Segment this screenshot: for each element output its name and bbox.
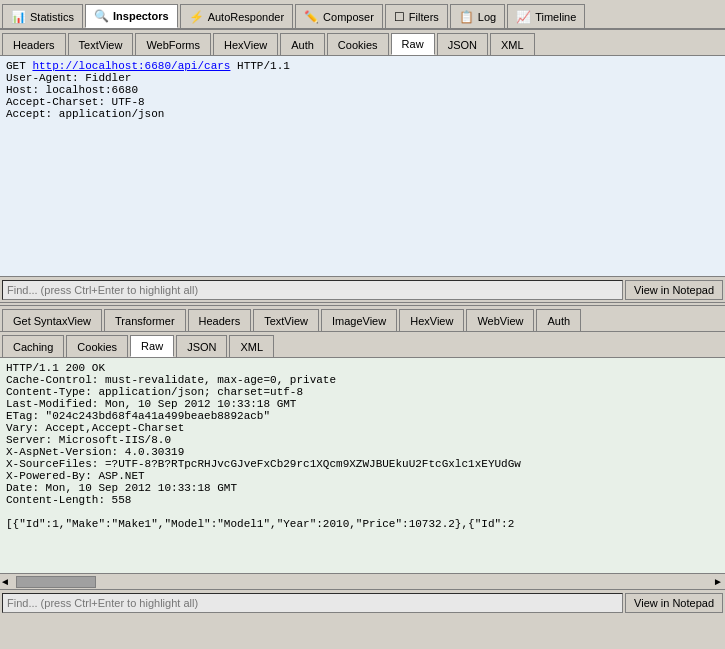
hscroll-thumb[interactable] — [16, 576, 96, 588]
request-find-input[interactable] — [2, 280, 623, 300]
tab-timeline[interactable]: 📈 Timeline — [507, 4, 585, 28]
statistics-icon: 📊 — [11, 10, 26, 24]
resp-tab-headers[interactable]: Headers — [188, 309, 252, 331]
filters-icon: ☐ — [394, 10, 405, 24]
autoresponder-icon: ⚡ — [189, 10, 204, 24]
composer-icon: ✏️ — [304, 10, 319, 24]
request-view-notepad-button[interactable]: View in Notepad — [625, 280, 723, 300]
response-hscroll-bar[interactable]: ◄ ► — [0, 573, 725, 589]
req-tab-json[interactable]: JSON — [437, 33, 488, 55]
resp-tab-hexview[interactable]: HexView — [399, 309, 464, 331]
req-tab-hexview[interactable]: HexView — [213, 33, 278, 55]
resp-tab-transformer[interactable]: Transformer — [104, 309, 186, 331]
resp-tab-webview[interactable]: WebView — [466, 309, 534, 331]
response-find-bar: View in Notepad — [0, 589, 725, 615]
req-tab-auth[interactable]: Auth — [280, 33, 325, 55]
tab-inspectors-label: Inspectors — [113, 10, 169, 22]
tab-filters-label: Filters — [409, 11, 439, 23]
response-sub-tab-bar-2: Caching Cookies Raw JSON XML — [0, 332, 725, 358]
tab-log[interactable]: 📋 Log — [450, 4, 505, 28]
resp-tab-cookies[interactable]: Cookies — [66, 335, 128, 357]
request-content-area: GET http://localhost:6680/api/cars HTTP/… — [0, 56, 725, 276]
request-line: GET — [6, 60, 32, 72]
response-view-notepad-button[interactable]: View in Notepad — [625, 593, 723, 613]
log-icon: 📋 — [459, 10, 474, 24]
resp-tab-xml[interactable]: XML — [229, 335, 274, 357]
inspectors-icon: 🔍 — [94, 9, 109, 23]
resp-tab-json[interactable]: JSON — [176, 335, 227, 357]
resp-tab-raw[interactable]: Raw — [130, 335, 174, 357]
response-sub-tab-bar-1: Get SyntaxView Transformer Headers TextV… — [0, 306, 725, 332]
resp-tab-getsyntaxview[interactable]: Get SyntaxView — [2, 309, 102, 331]
top-tab-bar: 📊 Statistics 🔍 Inspectors ⚡ AutoResponde… — [0, 0, 725, 30]
tab-statistics[interactable]: 📊 Statistics — [2, 4, 83, 28]
resp-tab-imageview[interactable]: ImageView — [321, 309, 397, 331]
request-url-link[interactable]: http://localhost:6680/api/cars — [32, 60, 230, 72]
req-tab-webforms[interactable]: WebForms — [135, 33, 211, 55]
tab-composer-label: Composer — [323, 11, 374, 23]
tab-autoresponder[interactable]: ⚡ AutoResponder — [180, 4, 293, 28]
response-content-area: HTTP/1.1 200 OK Cache-Control: must-reva… — [0, 358, 725, 573]
resp-tab-textview[interactable]: TextView — [253, 309, 319, 331]
tab-log-label: Log — [478, 11, 496, 23]
req-tab-headers[interactable]: Headers — [2, 33, 66, 55]
response-text: HTTP/1.1 200 OK Cache-Control: must-reva… — [6, 362, 521, 530]
resp-tab-caching[interactable]: Caching — [2, 335, 64, 357]
hscroll-right-arrow[interactable]: ► — [713, 576, 723, 587]
tab-filters[interactable]: ☐ Filters — [385, 4, 448, 28]
request-sub-tab-bar: Headers TextView WebForms HexView Auth C… — [0, 30, 725, 56]
req-tab-cookies[interactable]: Cookies — [327, 33, 389, 55]
tab-autoresponder-label: AutoResponder — [208, 11, 284, 23]
req-tab-raw[interactable]: Raw — [391, 33, 435, 55]
timeline-icon: 📈 — [516, 10, 531, 24]
tab-inspectors[interactable]: 🔍 Inspectors — [85, 4, 178, 28]
tab-composer[interactable]: ✏️ Composer — [295, 4, 383, 28]
hscroll-left-arrow[interactable]: ◄ — [0, 576, 10, 587]
response-find-input[interactable] — [2, 593, 623, 613]
tab-statistics-label: Statistics — [30, 11, 74, 23]
resp-tab-auth[interactable]: Auth — [536, 309, 581, 331]
tab-timeline-label: Timeline — [535, 11, 576, 23]
req-tab-xml[interactable]: XML — [490, 33, 535, 55]
request-find-bar: View in Notepad — [0, 276, 725, 302]
req-tab-textview[interactable]: TextView — [68, 33, 134, 55]
